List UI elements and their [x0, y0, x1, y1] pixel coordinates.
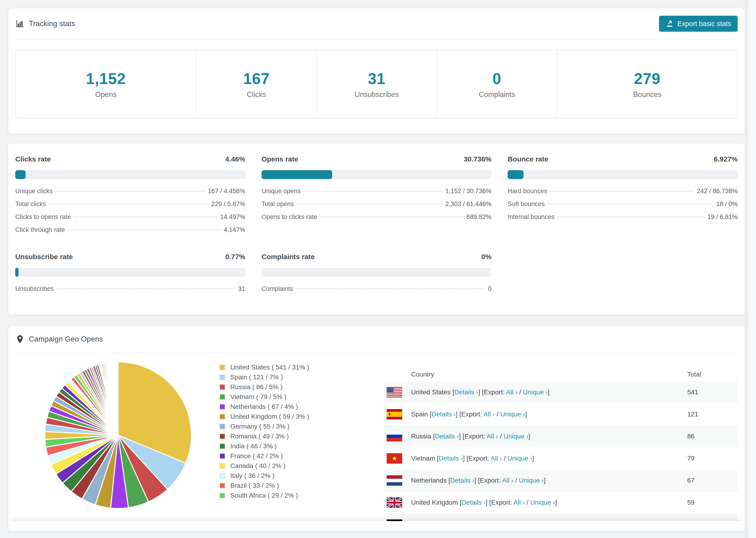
export-all-link[interactable]: All ›: [487, 433, 498, 440]
stat-label: Opens: [95, 90, 117, 99]
legend-label: France ( 42 / 2% ): [230, 452, 283, 460]
dotted-leader: [557, 217, 705, 217]
stat-label: Complaints: [479, 90, 515, 99]
export-unique-link[interactable]: Unique ›: [504, 433, 528, 440]
details-link[interactable]: Details ›: [439, 455, 463, 462]
geo-legend: United States ( 541 / 31% )Spain ( 121 /…: [220, 360, 372, 531]
bracket: ] [Export:: [486, 499, 513, 506]
legend-label: Netherlands ( 67 / 4% ): [230, 403, 298, 410]
table-bottom-fade: [8, 521, 745, 531]
export-all-link[interactable]: All ›: [483, 410, 495, 418]
bracket: /: [502, 455, 507, 462]
detail-label: Total opens: [261, 200, 294, 208]
legend-swatch: [220, 364, 225, 370]
rate-head: Complaints rate0%: [261, 253, 492, 261]
rate-value: 0%: [481, 253, 491, 261]
total-cell: 67: [687, 477, 738, 484]
detail-label: Internal bounces: [508, 213, 555, 221]
rate-title: Unsubscribe rate: [15, 253, 73, 261]
total-cell: 86: [687, 433, 738, 440]
legend-swatch: [220, 483, 225, 488]
legend-label: Spain ( 121 / 7% ): [230, 373, 283, 381]
dotted-leader: [548, 204, 713, 204]
export-unique-link[interactable]: Unique ›: [500, 410, 525, 418]
export-unique-link[interactable]: Unique ›: [507, 455, 532, 462]
rate-block-opens-rate: Opens rate30.736%Unique opens1,152 / 30.…: [261, 155, 492, 239]
detail-label: Hard bounces: [508, 188, 547, 195]
dotted-leader: [74, 217, 217, 217]
geo-header: Campaign Geo Opens: [15, 326, 738, 352]
detail-row: Unsubscribes31: [15, 285, 245, 298]
stat-value: 1,152: [86, 70, 126, 87]
legend-swatch: [220, 424, 225, 429]
total-cell: 541: [687, 389, 738, 396]
detail-value: 19 / 6.81%: [707, 213, 738, 221]
export-icon: [666, 20, 674, 28]
total-cell: 79: [687, 455, 738, 462]
export-unique-link[interactable]: Unique ›: [530, 499, 555, 506]
details-link[interactable]: Details ›: [432, 410, 456, 418]
stat-box-unsubscribes: 31Unsubscribes: [316, 50, 436, 118]
total-cell: 59: [687, 499, 738, 506]
bracket: ]: [528, 433, 530, 440]
stat-value: 279: [634, 70, 661, 87]
detail-row: Complaints0: [261, 285, 492, 298]
geo-pie-chart: [43, 360, 193, 510]
details-link[interactable]: Details ›: [454, 389, 478, 396]
export-all-link[interactable]: All ›: [491, 455, 502, 462]
rate-value: 30.736%: [464, 155, 491, 163]
legend-item-fr: France ( 42 / 2% ): [220, 451, 372, 461]
legend-label: Romania ( 49 / 3% ): [230, 433, 289, 440]
country-cell: Netherlands [Details ›] [Export: All › /…: [411, 477, 687, 484]
legend-item-ru: Russia ( 86 / 5% ): [220, 382, 372, 392]
details-link[interactable]: Details ›: [450, 477, 474, 484]
stat-value: 31: [368, 70, 386, 87]
detail-value: 2,303 / 61.446%: [445, 200, 492, 208]
bracket: [: [453, 389, 454, 396]
dashboard-content: Tracking stats Export basic stats 1,152O…: [8, 8, 745, 531]
stat-value: 167: [243, 70, 270, 87]
export-unique-link[interactable]: Unique ›: [519, 477, 544, 484]
ru-flag-icon: [387, 431, 402, 442]
detail-label: Unique clicks: [15, 188, 53, 195]
legend-label: Italy ( 36 / 2% ): [230, 472, 274, 480]
export-all-link[interactable]: All ›: [513, 499, 525, 506]
bracket: [: [449, 477, 450, 484]
export-all-link[interactable]: All ›: [506, 389, 517, 396]
progress-track: [508, 170, 738, 179]
country-cell: United States [Details ›] [Export: All ›…: [411, 389, 687, 396]
geo-country-table: CountryTotalUnited States [Details ›] [E…: [384, 368, 738, 531]
rate-details: Unique clicks167 / 4.456%Total clicks220…: [15, 188, 245, 239]
stat-label: Bounces: [633, 90, 662, 99]
page-scrollbar[interactable]: [745, 0, 756, 538]
stat-box-opens: 1,152Opens: [16, 50, 196, 118]
tracking-stats-card: Tracking stats Export basic stats 1,152O…: [8, 8, 745, 134]
legend-label: Brazil ( 33 / 2% ): [230, 482, 279, 489]
legend-label: South Africa ( 29 / 2% ): [230, 492, 298, 499]
rate-value: 6.927%: [714, 155, 738, 163]
export-unique-link[interactable]: Unique ›: [523, 389, 548, 396]
rate-details: Hard bounces242 / 86.738%Soft bounces18 …: [508, 188, 738, 226]
bracket: ] [Export:: [474, 477, 502, 484]
column-header-country: Country: [384, 371, 687, 378]
detail-value: 1,152 / 30.736%: [445, 188, 492, 195]
legend-label: United States ( 541 / 31% ): [230, 364, 309, 371]
bracket: [: [437, 455, 439, 462]
details-link[interactable]: Details ›: [435, 433, 459, 440]
detail-label: Unsubscribes: [15, 285, 54, 293]
export-basic-stats-button[interactable]: Export basic stats: [659, 16, 738, 32]
progress-track: [261, 170, 492, 179]
rate-block-unsubscribe-rate: Unsubscribe rate0.77%Unsubscribes31: [15, 253, 245, 298]
bracket: [: [433, 433, 435, 440]
detail-row: Hard bounces242 / 86.738%: [508, 188, 738, 200]
detail-row: Unique opens1,152 / 30.736%: [261, 188, 492, 200]
bar-chart-icon: [15, 19, 25, 28]
export-all-link[interactable]: All ›: [502, 477, 513, 484]
details-link[interactable]: Details ›: [461, 499, 486, 506]
legend-label: Germany ( 55 / 3% ): [230, 423, 290, 430]
table-row-es: Spain [Details ›] [Export: All › / Uniqu…: [384, 403, 738, 425]
legend-label: Vietnam ( 79 / 5% ): [230, 393, 287, 401]
legend-item-in: India ( 46 / 3% ): [220, 441, 372, 451]
bracket: ] [Export:: [463, 455, 490, 462]
detail-label: Clicks to opens rate: [15, 213, 71, 221]
